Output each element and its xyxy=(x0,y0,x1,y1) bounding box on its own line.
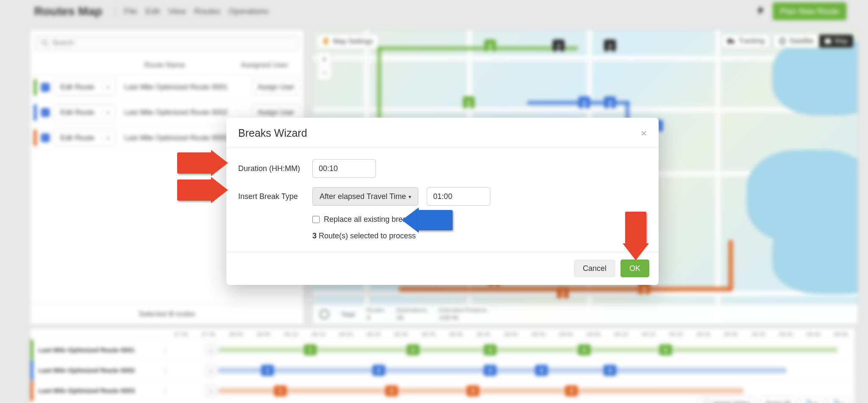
search-placeholder: Search xyxy=(52,39,74,47)
map-zoom: + − xyxy=(317,52,331,80)
tracking-button[interactable]: Tracking xyxy=(722,34,770,48)
elapsed-time-input[interactable] xyxy=(427,187,490,206)
callout-arrow-breaktype xyxy=(177,177,228,203)
col-assigned-user: Assigned User xyxy=(232,61,297,69)
svg-rect-2 xyxy=(727,39,732,42)
timeline: 07:5007:5508:0008:0508:1008:1508:2008:25… xyxy=(30,328,855,403)
route-name: Last Mile Optimized Route 0001 xyxy=(120,83,248,91)
timeline-row[interactable]: Last Mile Optimized Route 0001 ⋮ ⌂ 1 2 3… xyxy=(31,340,855,360)
selected-footer: Selected 3 routes xyxy=(31,303,303,324)
callout-arrow-replace xyxy=(402,207,453,233)
menu-view[interactable]: View xyxy=(168,6,186,16)
edit-route-button[interactable]: Edit Route▾ xyxy=(54,79,116,95)
duration-input[interactable] xyxy=(312,159,376,178)
svg-point-3 xyxy=(728,42,730,44)
svg-point-6 xyxy=(781,38,784,44)
chevron-down-icon: ▾ xyxy=(102,135,109,141)
route-name: Last Mile Optimized Route 0002 xyxy=(120,108,248,117)
timeline-row[interactable]: Last Mile Optimized Route 0002 ⋮ ⌂ 1 2 3… xyxy=(31,360,855,381)
svg-line-1 xyxy=(46,44,48,46)
hand-icon xyxy=(323,37,329,46)
map-marker[interactable]: 3 xyxy=(553,39,565,51)
col-route-name: Route Name xyxy=(97,61,232,69)
replace-existing-checkbox[interactable] xyxy=(312,216,320,223)
cancel-button[interactable]: Cancel xyxy=(574,259,615,277)
map-controls-right: Tracking Satellite Map xyxy=(722,34,854,48)
close-icon[interactable]: × xyxy=(641,128,647,138)
chevron-down-icon: ▾ xyxy=(409,194,411,200)
breaks-wizard-modal: Breaks Wizard × Duration (HH:MM) Insert … xyxy=(226,118,659,285)
map-totals: Total Routes3 Destinations15 Estimated D… xyxy=(313,304,858,324)
ok-button[interactable]: OK xyxy=(620,259,649,277)
svg-point-4 xyxy=(732,42,734,44)
bolt-icon[interactable] xyxy=(757,6,764,17)
zoom-in-icon[interactable]: 🔍+ xyxy=(800,396,823,403)
home-icon: ⌂ xyxy=(206,344,217,355)
route-checkbox[interactable]: ✓ xyxy=(41,83,50,91)
home-icon: ⌂ xyxy=(206,385,217,396)
map-marker[interactable]: 4 xyxy=(484,39,496,51)
zoom-all-button[interactable]: Zoom All xyxy=(760,396,796,403)
routes-list-header: Route Name Assigned User xyxy=(31,56,303,75)
route-color-stripe xyxy=(34,105,37,121)
map-marker[interactable]: 3 xyxy=(463,97,475,108)
route-checkbox[interactable]: ✓ xyxy=(41,108,50,117)
menu-file[interactable]: File xyxy=(124,6,137,16)
search-input[interactable]: Search xyxy=(36,35,298,50)
route-color-stripe xyxy=(34,79,37,95)
map-marker[interactable]: 4 xyxy=(578,97,590,108)
timeline-ticks: 07:5007:5508:0008:0508:1008:1508:2008:25… xyxy=(31,328,855,340)
modal-title: Breaks Wizard xyxy=(238,127,307,139)
map-settings-button[interactable]: Map Settings xyxy=(317,34,378,49)
gear-icon[interactable] xyxy=(320,309,329,319)
map-controls-left: Map Settings + − xyxy=(317,34,378,80)
chevron-down-icon: ▾ xyxy=(102,84,109,90)
break-type-select[interactable]: After elapsed Travel Time ▾ xyxy=(312,187,418,206)
route-checkbox[interactable]: ✓ xyxy=(41,133,50,142)
truck-icon xyxy=(727,38,735,44)
callout-arrow-duration xyxy=(177,150,228,176)
zoom-in-button[interactable]: + xyxy=(317,53,331,66)
globe-icon xyxy=(779,38,786,44)
map-marker[interactable]: 4 xyxy=(604,39,616,51)
svg-point-5 xyxy=(779,38,785,44)
timeline-footer: Ignore Dates Zoom All 🔍+ 🔍− xyxy=(699,396,850,403)
replace-existing-label: Replace all existing breaks xyxy=(324,215,415,224)
edit-route-button[interactable]: Edit Route▾ xyxy=(54,105,116,121)
search-icon xyxy=(41,39,49,47)
callout-arrow-ok xyxy=(623,212,649,260)
plan-new-route-button[interactable]: Plan New Route xyxy=(773,2,847,20)
break-type-label: Insert Break Type xyxy=(238,192,304,201)
ignore-dates-toggle[interactable]: Ignore Dates xyxy=(699,396,755,403)
svg-point-0 xyxy=(42,40,47,44)
route-color-stripe xyxy=(34,130,37,146)
satellite-button[interactable]: Satellite xyxy=(773,34,819,48)
map-marker[interactable]: 3 xyxy=(604,97,616,108)
menu-routes[interactable]: Routes xyxy=(194,6,220,16)
menu-edit[interactable]: Edit xyxy=(146,6,160,16)
selected-count-text: 3 Route(s) selected to process xyxy=(238,232,647,240)
chevron-down-icon: ▾ xyxy=(102,110,109,116)
zoom-out-button[interactable]: − xyxy=(317,66,331,80)
map-view-button[interactable]: Map xyxy=(819,34,854,48)
route-row[interactable]: ✓ Edit Route▾ Last Mile Optimized Route … xyxy=(31,75,303,100)
zoom-out-icon[interactable]: 🔍− xyxy=(827,396,850,403)
separator xyxy=(115,6,115,17)
menubar: Routes Map File Edit View Routes Operati… xyxy=(34,2,847,20)
home-icon: ⌂ xyxy=(206,364,217,375)
map-icon xyxy=(824,38,831,44)
app-title: Routes Map xyxy=(34,4,102,18)
menu-operations[interactable]: Operations xyxy=(228,6,268,16)
assign-user-button[interactable]: Assign User xyxy=(252,80,300,95)
map-marker[interactable]: 2 xyxy=(557,287,569,298)
duration-label: Duration (HH:MM) xyxy=(238,164,304,173)
edit-route-button[interactable]: Edit Route▾ xyxy=(54,130,116,146)
